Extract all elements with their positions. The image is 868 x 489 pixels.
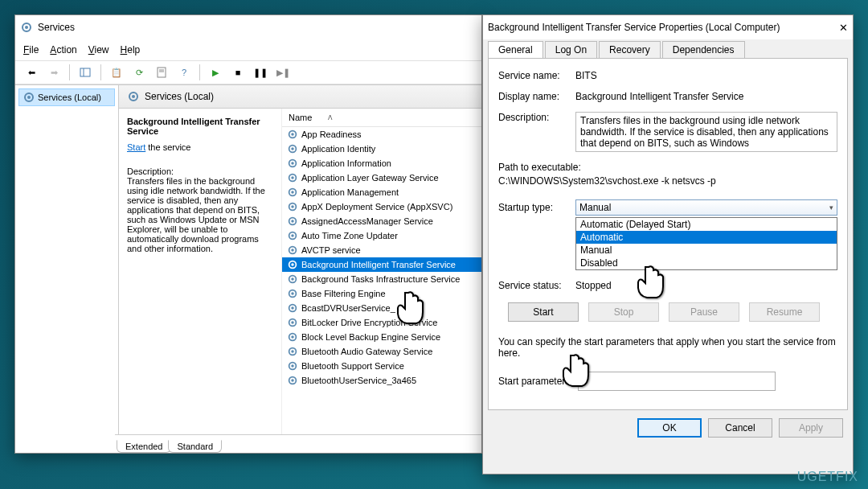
service-row[interactable]: AVCTP service: [282, 243, 481, 257]
gear-icon: [287, 230, 298, 241]
service-row[interactable]: Base Filtering Engine: [282, 286, 481, 301]
svg-point-44: [291, 364, 294, 368]
detail-header: Services (Local): [119, 85, 481, 109]
menu-file[interactable]: File: [23, 44, 39, 55]
tab-standard[interactable]: Standard: [168, 440, 222, 453]
value-description[interactable]: Transfers files in the background using …: [575, 112, 837, 152]
column-header-name[interactable]: Name ᐱ: [282, 109, 481, 127]
menu-help[interactable]: Help: [121, 44, 141, 55]
service-row[interactable]: AppX Deployment Service (AppXSVC): [282, 199, 481, 214]
back-button[interactable]: ⬅: [22, 63, 41, 82]
tab-dependencies[interactable]: Dependencies: [662, 41, 745, 58]
services-titlebar[interactable]: Services: [15, 15, 481, 39]
service-row[interactable]: Application Layer Gateway Service: [282, 171, 481, 185]
tree-item-services-local[interactable]: Services (Local): [18, 88, 115, 106]
cancel-button[interactable]: Cancel: [708, 418, 772, 438]
restart-button[interactable]: ▶❚: [273, 63, 293, 82]
refresh-button[interactable]: ⟳: [129, 63, 149, 82]
value-path: C:\WINDOWS\System32\svchost.exe -k netsv…: [498, 175, 716, 187]
start-button[interactable]: Start: [508, 302, 579, 322]
svg-rect-4: [158, 68, 166, 77]
dialog-buttons: OK Cancel Apply: [483, 410, 853, 446]
bottom-tabs: Extended Standard: [115, 434, 481, 453]
tab-recovery[interactable]: Recovery: [599, 41, 661, 58]
svg-point-8: [27, 96, 31, 99]
label-description: Description:: [498, 112, 575, 123]
gear-icon: [23, 91, 35, 104]
description-label: Description:: [127, 166, 273, 176]
menu-action[interactable]: Action: [50, 44, 76, 55]
resume-button: Resume: [749, 302, 820, 322]
startup-option[interactable]: Manual: [576, 244, 837, 257]
svg-rect-2: [80, 68, 90, 76]
properties-button[interactable]: [152, 63, 171, 82]
export-button[interactable]: 📋: [107, 63, 126, 82]
gear-icon: [287, 244, 298, 256]
service-list: Name ᐱ App ReadinessApplication Identity…: [281, 109, 481, 434]
info-panel: Background Intelligent Transfer Service …: [119, 109, 281, 434]
help-button[interactable]: ?: [174, 63, 194, 82]
svg-point-22: [291, 205, 294, 208]
tab-general[interactable]: General: [488, 41, 543, 58]
ok-button[interactable]: OK: [637, 418, 702, 438]
svg-point-40: [291, 335, 294, 339]
start-params-input[interactable]: [578, 372, 776, 391]
svg-point-24: [291, 220, 294, 223]
service-row[interactable]: BluetoothUserService_3a465: [282, 373, 481, 388]
service-row[interactable]: App Readiness: [282, 127, 481, 142]
close-button[interactable]: ✕: [839, 22, 848, 34]
selected-service-name: Background Intelligent Transfer Service: [127, 117, 273, 136]
service-row[interactable]: Application Information: [282, 156, 481, 171]
pause-button[interactable]: ❚❚: [251, 63, 270, 82]
apply-button: Apply: [779, 418, 843, 438]
gear-icon: [287, 158, 298, 169]
service-row[interactable]: Background Tasks Infrastructure Service: [282, 272, 481, 286]
properties-titlebar[interactable]: Background Intelligent Transfer Service …: [483, 15, 853, 39]
service-row[interactable]: Block Level Backup Engine Service: [282, 330, 481, 344]
show-hide-button[interactable]: [76, 63, 95, 82]
startup-type-combo[interactable]: Manual ▾: [575, 199, 837, 216]
startup-option[interactable]: Automatic: [576, 231, 837, 244]
svg-point-26: [291, 234, 294, 237]
service-row[interactable]: Bluetooth Audio Gateway Service: [282, 344, 481, 359]
service-row[interactable]: BcastDVRUserService_: [282, 301, 481, 315]
service-row[interactable]: AssignedAccessManager Service: [282, 214, 481, 228]
label-path: Path to executable:: [498, 162, 581, 173]
svg-point-1: [25, 26, 28, 29]
startup-option[interactable]: Disabled: [576, 257, 837, 269]
play-button[interactable]: ▶: [206, 63, 225, 82]
service-row[interactable]: Bluetooth Support Service: [282, 359, 481, 373]
service-row[interactable]: Application Management: [282, 185, 481, 199]
properties-dialog: Background Intelligent Transfer Service …: [482, 14, 854, 475]
startup-option[interactable]: Automatic (Delayed Start): [576, 218, 837, 231]
service-row[interactable]: Background Intelligent Transfer Service: [282, 257, 481, 272]
menu-view[interactable]: View: [88, 44, 109, 55]
hint-text: You can specify the start parameters tha…: [498, 336, 837, 359]
value-display-name: Background Intelligent Transfer Service: [575, 91, 837, 102]
pause-button: Pause: [669, 302, 739, 322]
forward-button[interactable]: ➡: [44, 63, 63, 82]
gear-icon: [127, 90, 140, 103]
stop-button[interactable]: ■: [228, 63, 248, 82]
label-display-name: Display name:: [498, 91, 575, 102]
svg-point-42: [291, 350, 294, 353]
svg-point-30: [291, 263, 294, 266]
value-service-name: BITS: [575, 70, 837, 81]
service-control-buttons: Start Stop Pause Resume: [508, 302, 837, 322]
service-row[interactable]: BitLocker Drive Encryption Service: [282, 315, 481, 330]
gear-icon: [287, 172, 298, 183]
label-service-name: Service name:: [498, 70, 575, 81]
label-start-params: Start parameters:: [498, 376, 573, 387]
service-row[interactable]: Application Identity: [282, 142, 481, 156]
tab-logon[interactable]: Log On: [545, 41, 597, 58]
tab-extended[interactable]: Extended: [117, 440, 171, 453]
sort-indicator-icon: ᐱ: [328, 114, 332, 121]
gear-icon: [287, 201, 298, 212]
service-row[interactable]: Auto Time Zone Updater: [282, 228, 481, 243]
gear-icon: [287, 360, 298, 372]
gear-icon: [287, 129, 298, 140]
gear-icon: [287, 302, 298, 314]
start-link[interactable]: Start: [127, 142, 145, 152]
services-title: Services: [38, 22, 75, 33]
gear-icon: [287, 346, 298, 357]
